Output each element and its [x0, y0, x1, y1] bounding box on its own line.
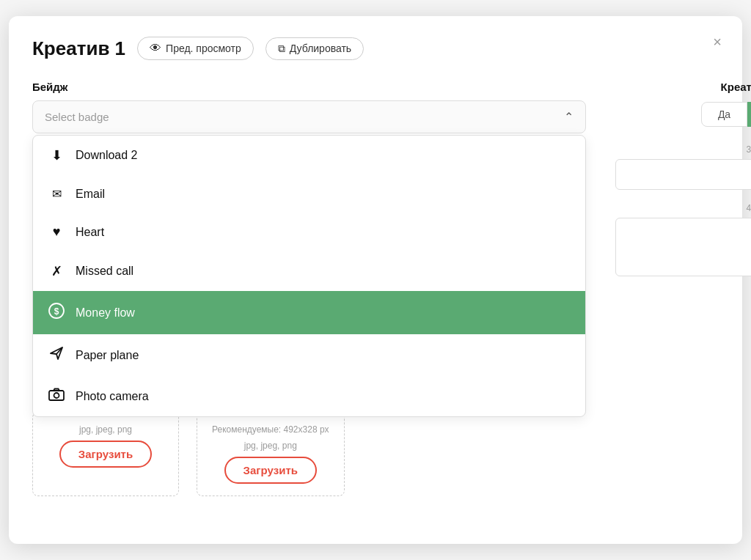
dropdown-item-heart[interactable]: ♥ Heart	[33, 213, 585, 251]
item-label-camera: Photo camera	[76, 390, 149, 403]
char-count-1: 30 символов	[615, 144, 751, 155]
modal-header: Креатив 1 👁 Пред. просмотр ⧉ Дублировать	[32, 37, 719, 60]
item-label-download2: Download 2	[76, 149, 138, 162]
char-count-2: 45 символов	[615, 203, 751, 213]
upload-hint-3: jpg, jpeg, png	[212, 441, 329, 451]
dropdown-item-camera[interactable]: Photo camera	[33, 376, 585, 416]
svg-point-3	[54, 393, 59, 398]
yes-toggle[interactable]: Да	[701, 102, 747, 127]
paper-plane-icon	[48, 346, 65, 364]
upload-hint-2: Рекомендуемые: 492x328 px	[212, 424, 329, 435]
text-row-2: ☺	[615, 218, 751, 276]
copy-icon: ⧉	[278, 43, 285, 55]
missed-call-icon: ✗	[48, 263, 65, 279]
upload-button-1[interactable]: Загрузить	[59, 441, 152, 468]
duplicate-label: Дублировать	[290, 43, 351, 54]
item-label-email: Email	[76, 188, 105, 201]
modal: Креатив 1 👁 Пред. просмотр ⧉ Дублировать…	[9, 16, 742, 544]
badge-select-wrapper: Select badge ⌃ ⬇ Download 2 ✉ Email	[32, 100, 586, 133]
photo-camera-icon	[48, 388, 65, 405]
text-input-2[interactable]	[615, 218, 751, 276]
heart-icon: ♥	[48, 224, 65, 240]
dropdown-item-money[interactable]: $ Money flow	[33, 291, 585, 334]
svg-rect-2	[49, 391, 64, 400]
dropdown-item-email[interactable]: ✉ Email	[33, 175, 585, 213]
dropdown-item-download2[interactable]: ⬇ Download 2	[33, 136, 585, 175]
item-label-paper: Paper plane	[76, 349, 139, 362]
right-panel: Креатив 18+?* Да Нет 30 символов ☺ 45 си…	[615, 81, 751, 496]
email-icon: ✉	[48, 187, 65, 201]
text-row-1: ☺	[615, 159, 751, 190]
item-label-money: Money flow	[76, 306, 135, 320]
dropdown-item-paper[interactable]: Paper plane	[33, 334, 585, 376]
no-toggle[interactable]: Нет	[747, 102, 751, 127]
content-area: Бейдж Select badge ⌃ ⬇ Download 2 ✉	[32, 81, 719, 496]
duplicate-button[interactable]: ⧉ Дублировать	[265, 37, 364, 60]
left-panel: Бейдж Select badge ⌃ ⬇ Download 2 ✉	[32, 81, 586, 496]
upload-hint-1: jpg, jpeg, png	[48, 424, 164, 435]
upload-box-1: jpg, jpeg, png Загрузить	[32, 412, 179, 496]
eye-icon: 👁	[150, 42, 161, 55]
creative-18-label: Креатив 18+?*	[615, 81, 751, 93]
download-icon: ⬇	[48, 147, 65, 163]
dropdown-list: ⬇ Download 2 ✉ Email ♥ Heart	[32, 135, 586, 417]
upload-area: jpg, jpeg, png Загрузить Рекомендуемые: …	[32, 412, 586, 496]
preview-label: Пред. просмотр	[166, 43, 241, 54]
select-placeholder: Select badge	[45, 111, 109, 123]
text-input-1[interactable]	[615, 159, 751, 190]
preview-button[interactable]: 👁 Пред. просмотр	[137, 37, 254, 60]
badge-select[interactable]: Select badge ⌃	[32, 100, 586, 133]
close-button[interactable]: ×	[713, 34, 722, 51]
chevron-up-icon: ⌃	[564, 110, 574, 124]
badge-label: Бейдж	[32, 81, 586, 93]
dropdown-item-missed[interactable]: ✗ Missed call	[33, 251, 585, 291]
svg-text:$: $	[54, 306, 59, 317]
money-icon: $	[48, 303, 65, 323]
item-label-heart: Heart	[76, 226, 104, 239]
modal-title: Креатив 1	[32, 37, 125, 60]
item-label-missed: Missed call	[76, 265, 133, 278]
upload-box-2: Рекомендуемые: 492x328 px jpg, jpeg, png…	[197, 412, 345, 496]
upload-button-2[interactable]: Загрузить	[224, 457, 317, 484]
toggle-group: Да Нет	[615, 102, 751, 127]
